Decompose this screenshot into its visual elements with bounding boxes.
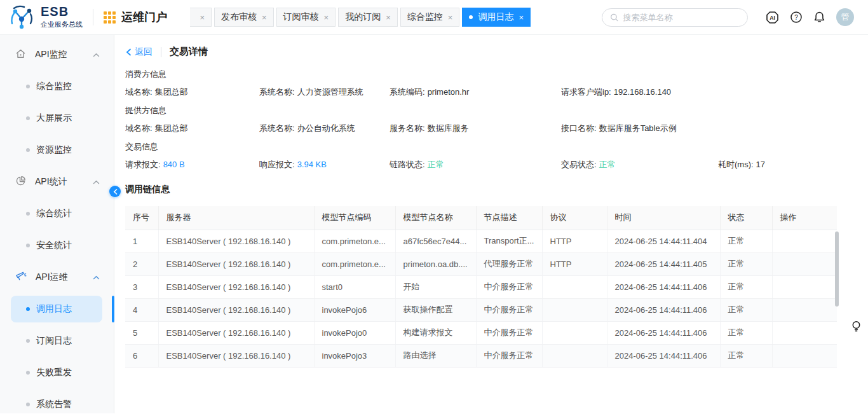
table-row[interactable]: 2ESB140Server ( 192.168.16.140 )com.prim… bbox=[125, 252, 837, 275]
info-field-row: 请求报文:840 B响应报文:3.94 KB链路状态:正常交易状态:正常耗时(m… bbox=[125, 159, 868, 170]
notification-bell-icon[interactable] bbox=[813, 11, 825, 24]
table-row[interactable]: 5ESB140Server ( 192.168.16.140 )invokePo… bbox=[125, 321, 837, 344]
sidebar-section-label: API统计 bbox=[35, 176, 67, 188]
field-label: 系统编码: bbox=[390, 87, 425, 97]
table-cell: 1 bbox=[125, 230, 158, 252]
table-row[interactable]: 4ESB140Server ( 192.168.16.140 )invokePo… bbox=[125, 298, 837, 321]
apps-grid-icon[interactable] bbox=[104, 11, 116, 24]
field-label: 响应报文: bbox=[259, 160, 295, 169]
table-cell: 中介服务正常 bbox=[476, 321, 542, 344]
table-cell: invokePojo6 bbox=[314, 298, 395, 321]
user-avatar[interactable]: 管 bbox=[836, 8, 854, 26]
table-cell: 路由选择 bbox=[395, 344, 476, 367]
back-button[interactable]: 返回 bbox=[125, 46, 153, 58]
field-value: 17 bbox=[756, 160, 765, 169]
sidebar-section-API监控[interactable]: API监控 bbox=[0, 39, 114, 71]
chevron-left-icon bbox=[113, 189, 118, 195]
sidebar-section-API统计[interactable]: API统计 bbox=[0, 166, 114, 198]
tab-发布审核[interactable]: 发布审核× bbox=[214, 8, 274, 27]
info-field: 请求客户端ip:192.168.16.140 bbox=[561, 86, 718, 98]
lightbulb-icon[interactable] bbox=[851, 321, 861, 335]
table-cell: HTTP bbox=[542, 230, 607, 252]
field-label: 请求客户端ip: bbox=[561, 87, 611, 97]
table-cell bbox=[542, 344, 607, 367]
tab-综合监控[interactable]: 综合监控× bbox=[400, 8, 460, 27]
sidebar-item-综合监控[interactable]: 综合监控 bbox=[0, 71, 114, 102]
table-cell bbox=[772, 344, 837, 367]
field-label: 服务名称: bbox=[390, 123, 425, 133]
portal-switcher[interactable]: 运维门户 bbox=[104, 10, 167, 25]
chevron-up-icon[interactable] bbox=[93, 53, 100, 57]
table-cell: 中介服务正常 bbox=[476, 344, 542, 367]
table-row[interactable]: 6ESB140Server ( 192.168.16.140 )invokePo… bbox=[125, 344, 837, 367]
page-content: 返回 交易详情 消费方信息域名称:集团总部系统名称:人力资源管理系统系统编码:p… bbox=[114, 35, 868, 413]
info-field: 系统编码:primeton.hr bbox=[390, 86, 561, 98]
tab-close-icon[interactable]: × bbox=[262, 13, 267, 22]
tab-close-icon[interactable]: × bbox=[519, 13, 524, 22]
tab-订阅审核[interactable]: 订阅审核× bbox=[276, 8, 336, 27]
field-label: 系统名称: bbox=[259, 87, 295, 97]
sidebar-section-label: API运维 bbox=[36, 272, 68, 283]
tab-close-icon[interactable]: × bbox=[200, 13, 205, 22]
table-cell: 正常 bbox=[720, 252, 772, 275]
tab-label: 订阅审核 bbox=[283, 11, 319, 23]
tab-label: 调用日志 bbox=[478, 11, 513, 23]
bullet-icon bbox=[26, 85, 30, 88]
field-value: 人力资源管理系统 bbox=[297, 87, 363, 97]
sidebar-collapse-button[interactable] bbox=[109, 186, 121, 197]
bullet-icon bbox=[26, 307, 30, 311]
esb-logo-icon bbox=[9, 4, 36, 30]
tab-clipped[interactable]: × bbox=[190, 8, 212, 27]
sidebar-nav: API监控综合监控大屏展示资源监控API统计综合统计安全统计API运维调用日志订… bbox=[0, 35, 114, 413]
chevron-up-icon[interactable] bbox=[93, 180, 100, 184]
sidebar-item-订阅日志[interactable]: 订阅日志 bbox=[0, 325, 114, 357]
chevron-up-icon[interactable] bbox=[93, 275, 100, 280]
field-value: 数据库服务 bbox=[428, 123, 469, 133]
table-cell: com.primeton.e... bbox=[314, 230, 395, 252]
sidebar-item-综合统计[interactable]: 综合统计 bbox=[0, 198, 114, 230]
table-cell bbox=[542, 321, 607, 344]
table-cell bbox=[542, 298, 607, 321]
svg-text:?: ? bbox=[794, 14, 798, 21]
table-cell: 4 bbox=[125, 298, 158, 321]
table-cell: 正常 bbox=[720, 275, 772, 298]
table-row[interactable]: 3ESB140Server ( 192.168.16.140 )start0开始… bbox=[125, 275, 837, 298]
sidebar-item-label: 大屏展示 bbox=[36, 113, 72, 124]
tab-调用日志[interactable]: 调用日志× bbox=[462, 8, 531, 27]
table-cell: 2024-06-25 14:44:11.406 bbox=[607, 321, 720, 344]
call-chain-table: 序号服务器模型节点编码模型节点名称节点描述协议时间状态操作1ESB140Serv… bbox=[125, 206, 837, 368]
field-value: 数据库服务Table示例 bbox=[599, 123, 677, 133]
field-label: 链路状态: bbox=[390, 160, 425, 169]
brand-title: ESB bbox=[41, 5, 83, 18]
info-field: 请求报文:840 B bbox=[125, 159, 259, 170]
table-cell: ESB140Server ( 192.168.16.140 ) bbox=[158, 275, 314, 298]
tab-close-icon[interactable]: × bbox=[386, 13, 391, 22]
field-value: 192.168.16.140 bbox=[614, 87, 671, 97]
sidebar-item-系统告警[interactable]: 系统告警 bbox=[0, 389, 114, 414]
tab-close-icon[interactable]: × bbox=[324, 13, 329, 22]
svg-text:AI: AI bbox=[770, 15, 775, 21]
sidebar-item-资源监控[interactable]: 资源监控 bbox=[0, 134, 114, 166]
field-value[interactable]: 3.94 KB bbox=[297, 160, 327, 169]
ai-assistant-icon[interactable]: AI bbox=[766, 11, 779, 24]
sidebar-item-失败重发[interactable]: 失败重发 bbox=[0, 357, 114, 389]
table-scrollbar-thumb[interactable] bbox=[835, 231, 839, 307]
sidebar-item-调用日志[interactable]: 调用日志 bbox=[11, 296, 102, 322]
sidebar-section-API运维[interactable]: API运维 bbox=[0, 261, 114, 293]
sidebar-item-安全统计[interactable]: 安全统计 bbox=[0, 230, 114, 261]
sidebar-item-label: 综合监控 bbox=[36, 81, 72, 92]
tab-close-icon[interactable]: × bbox=[448, 13, 453, 22]
sidebar-item-大屏展示[interactable]: 大屏展示 bbox=[0, 102, 114, 134]
page-title: 交易详情 bbox=[170, 46, 208, 58]
tab-我的订阅[interactable]: 我的订阅× bbox=[338, 8, 398, 27]
help-icon[interactable]: ? bbox=[790, 11, 803, 24]
bullet-icon bbox=[26, 116, 30, 120]
table-row[interactable]: 1ESB140Server ( 192.168.16.140 )com.prim… bbox=[125, 230, 837, 252]
portal-name: 运维门户 bbox=[121, 10, 167, 25]
tab-label: 我的订阅 bbox=[345, 11, 381, 23]
field-value[interactable]: 840 B bbox=[163, 160, 185, 169]
main-layout: API监控综合监控大屏展示资源监控API统计综合统计安全统计API运维调用日志订… bbox=[0, 35, 868, 413]
menu-search-box[interactable] bbox=[602, 8, 748, 27]
table-cell: 中介服务正常 bbox=[476, 298, 542, 321]
search-input[interactable] bbox=[623, 13, 740, 22]
